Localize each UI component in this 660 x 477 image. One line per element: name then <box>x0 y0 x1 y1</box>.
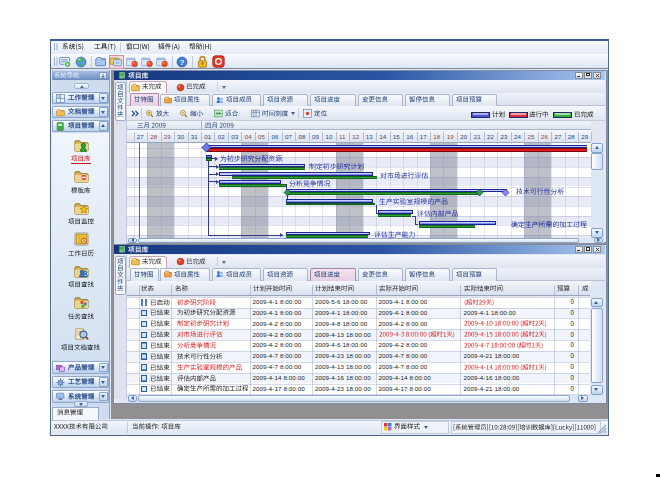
svg-text:?: ? <box>180 58 185 67</box>
